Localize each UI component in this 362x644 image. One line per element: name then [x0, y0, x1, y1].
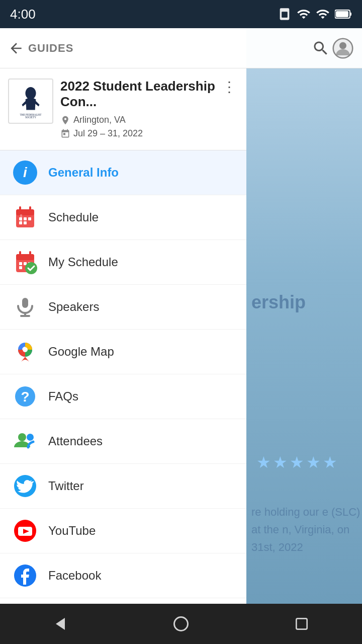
svg-rect-30 — [24, 221, 27, 224]
svg-text:SOCIETY: SOCIETY — [25, 116, 36, 119]
location-pin-icon — [60, 115, 70, 125]
status-time: 4:00 — [10, 7, 36, 22]
my-schedule-label: My Schedule — [48, 255, 118, 269]
navigation-drawer: THE FEDERALIST SOCIETY 2022 Student Lead… — [0, 28, 246, 644]
nav-item-attendees[interactable]: Attendees — [0, 419, 246, 464]
android-back-button[interactable] — [40, 609, 80, 639]
svg-rect-35 — [19, 262, 22, 265]
android-recents-button[interactable] — [282, 609, 322, 639]
event-title: 2022 Student Leadership Con... — [60, 78, 220, 110]
nav-item-general-info[interactable]: i General Info — [0, 150, 246, 195]
svg-rect-28 — [28, 217, 31, 220]
calendar-icon — [60, 129, 70, 139]
event-info: 2022 Student Leadership Con... ⋮ Arlingt… — [60, 78, 238, 142]
schedule-icon — [12, 204, 38, 230]
back-arrow-icon — [8, 40, 24, 56]
svg-rect-27 — [24, 217, 27, 220]
bg-partial-text: ership — [251, 292, 306, 313]
svg-rect-26 — [19, 217, 22, 220]
google-map-icon — [12, 339, 38, 365]
twitter-label: Twitter — [48, 479, 84, 493]
nav-item-google-map[interactable]: Google Map — [0, 330, 246, 374]
location-text: Arlington, VA — [73, 115, 126, 125]
google-map-label: Google Map — [48, 345, 114, 359]
attendees-label: Attendees — [48, 434, 103, 448]
event-logo-svg: THE FEDERALIST SOCIETY — [13, 84, 48, 119]
status-icons — [278, 7, 352, 21]
nav-item-schedule[interactable]: Schedule — [0, 195, 246, 240]
status-bar: 4:00 — [0, 0, 362, 28]
faqs-label: FAQs — [48, 389, 78, 404]
nav-item-speakers[interactable]: Speakers — [0, 285, 246, 330]
youtube-label: YouTube — [48, 524, 96, 538]
svg-rect-40 — [22, 298, 28, 308]
bg-stars: ★★★★★ — [256, 453, 339, 472]
nav-items-list: i General Info Schedule — [0, 150, 246, 644]
search-button[interactable] — [310, 37, 332, 59]
svg-marker-55 — [56, 618, 65, 630]
svg-rect-38 — [19, 266, 22, 269]
user-icon — [332, 38, 353, 59]
user-profile-button[interactable] — [332, 37, 354, 59]
general-info-icon: i — [12, 159, 38, 186]
svg-rect-3 — [350, 13, 351, 16]
facebook-icon — [12, 562, 38, 589]
circle-home-icon — [172, 615, 190, 633]
signal-icon — [297, 7, 311, 21]
svg-point-49 — [27, 434, 34, 441]
top-nav-bar: GUIDES — [0, 28, 362, 68]
nav-item-youtube[interactable]: YouTube — [0, 509, 246, 553]
sim-icon — [278, 7, 292, 21]
svg-point-16 — [339, 42, 346, 49]
back-button[interactable]: GUIDES — [8, 40, 73, 56]
svg-rect-36 — [24, 262, 27, 265]
battery-icon — [335, 9, 352, 19]
event-more-button[interactable]: ⋮ — [220, 78, 238, 95]
my-schedule-icon — [12, 249, 38, 275]
svg-rect-22 — [16, 209, 34, 215]
nav-item-my-schedule[interactable]: My Schedule — [0, 240, 246, 285]
nav-item-facebook[interactable]: Facebook — [0, 553, 246, 598]
svg-rect-1 — [282, 12, 288, 18]
youtube-icon — [12, 518, 38, 544]
nav-item-faqs[interactable]: ? FAQs — [0, 374, 246, 419]
search-icon — [312, 39, 330, 57]
event-logo: THE FEDERALIST SOCIETY — [8, 78, 53, 124]
svg-text:?: ? — [21, 389, 29, 405]
bottom-nav-bar — [0, 604, 362, 644]
svg-rect-4 — [336, 11, 348, 17]
event-header: THE FEDERALIST SOCIETY 2022 Student Lead… — [0, 68, 246, 150]
svg-point-18 — [26, 87, 36, 100]
attendees-icon — [12, 428, 38, 454]
twitter-icon — [12, 473, 38, 499]
svg-point-48 — [18, 433, 26, 441]
speakers-label: Speakers — [48, 300, 99, 314]
triangle-back-icon — [51, 615, 69, 633]
faqs-icon: ? — [12, 383, 38, 410]
event-location: Arlington, VA — [60, 115, 238, 125]
speakers-icon — [12, 294, 38, 320]
wifi-icon — [316, 7, 330, 21]
svg-rect-29 — [19, 221, 22, 224]
square-recents-icon — [294, 616, 310, 632]
dates-text: Jul 29 – 31, 2022 — [73, 128, 143, 139]
svg-point-45 — [23, 347, 28, 352]
schedule-label: Schedule — [48, 210, 99, 224]
svg-rect-57 — [296, 618, 307, 629]
guides-title: GUIDES — [28, 42, 73, 55]
facebook-label: Facebook — [48, 569, 101, 583]
general-info-label: General Info — [48, 166, 119, 180]
bg-paragraph: re holding our e (SLC) at the n, Virgini… — [251, 503, 362, 556]
svg-point-56 — [174, 617, 188, 631]
event-dates: Jul 29 – 31, 2022 — [60, 128, 238, 139]
android-home-button[interactable] — [161, 609, 201, 639]
nav-item-twitter[interactable]: Twitter — [0, 464, 246, 509]
svg-rect-32 — [16, 254, 34, 260]
